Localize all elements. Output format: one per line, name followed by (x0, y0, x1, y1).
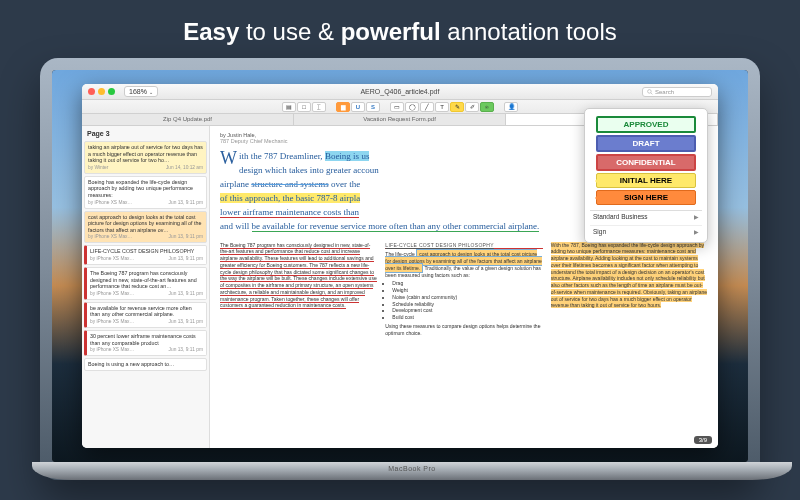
note-text: The Boeing 787 program has consciously d… (90, 270, 203, 290)
stamp-category[interactable]: Sign▶ (590, 225, 702, 237)
svg-point-0 (648, 89, 652, 93)
note-meta: by iPhone XS Max…Jun 13, 9:11 pm (90, 319, 203, 325)
list-item: Drag (392, 280, 542, 287)
list-item: Noise (cabin and community) (392, 294, 542, 301)
note-text: 30 percent lower airframe maintenance co… (90, 333, 203, 346)
note-text: Boeing has expanded the life-cycle desig… (88, 179, 203, 199)
sidebar-note[interactable]: taking an airplane out of service for tw… (84, 141, 207, 174)
list-item: Build cost (392, 314, 542, 321)
laptop-base: MacBook Pro (32, 462, 792, 480)
stamp-category-label: Sign (593, 228, 606, 235)
column-3: With the 787, Boeing has expanded the li… (551, 242, 708, 337)
note-meta: by iPhone XS Max…Jun 13, 9:11 pm (90, 256, 203, 262)
underline-tool[interactable]: U (351, 102, 365, 112)
window-controls (88, 88, 115, 95)
hero-tagline: Easy to use & powerful annotation tools (183, 0, 617, 58)
stamp-tool[interactable]: ⍟ (480, 102, 494, 112)
sidebar-page-label: Page 3 (84, 128, 207, 139)
tab-doc-2[interactable]: Vacation Request Form.pdf (294, 114, 506, 125)
draw-tool[interactable]: ✐ (465, 102, 479, 112)
chevron-down-icon: ⌄ (149, 89, 153, 95)
sidebar-note[interactable]: Boeing is using a new approach to… (84, 358, 207, 371)
dropcap: W (220, 150, 239, 166)
column-1: The Boeing 787 program has consciously d… (220, 242, 377, 337)
sidebar-toggle-button[interactable]: ▤ (282, 102, 296, 112)
note-meta: by iPhone XS Max…Jun 13, 9:11 pm (90, 291, 203, 297)
zoom-value: 168% (129, 88, 147, 95)
profile-button[interactable]: 👤 (504, 102, 518, 112)
annotations-sidebar: Page 3 taking an airplane out of service… (82, 126, 210, 448)
zoom-dropdown[interactable]: 168% ⌄ (124, 86, 158, 97)
note-text: be available for revenue service more of… (90, 305, 203, 318)
chevron-right-icon: ▶ (694, 213, 699, 220)
highlighted-text: Boeing is us (325, 151, 370, 161)
note-meta: by iPhone XS Max…Jun 13, 9:11 pm (88, 234, 203, 240)
column-2: LIFE-CYCLE COST DESIGN PHILOSOPHY The li… (385, 242, 542, 337)
underlined-text-green: be available for revenue service more of… (252, 221, 540, 232)
sidebar-note[interactable]: 30 percent lower airframe maintenance co… (84, 330, 207, 356)
sidebar-note[interactable]: cost approach to design looks at the tot… (84, 211, 207, 244)
stamp-category[interactable]: Standard Business▶ (590, 210, 702, 222)
text-select-button[interactable]: ⌶ (312, 102, 326, 112)
laptop-screen: 168% ⌄ AERO_Q406_article4.pdf Search ▤ □… (52, 70, 748, 462)
page-indicator: 3/9 (694, 436, 712, 444)
sidebar-note[interactable]: LIFE-CYCLE COST DESIGN PHILOSOPHYby iPho… (84, 245, 207, 265)
document-title: AERO_Q406_article4.pdf (161, 88, 639, 95)
stamp-option[interactable]: APPROVED (596, 116, 697, 133)
text-box-tool[interactable]: T (435, 102, 449, 112)
underlined-text-red: lower airframe maintenance costs than (220, 207, 359, 218)
stamp-option[interactable]: INITIAL HERE (596, 173, 697, 188)
list-item: Development cost (392, 307, 542, 314)
window-titlebar: 168% ⌄ AERO_Q406_article4.pdf Search (82, 84, 718, 100)
note-text: Boeing is using a new approach to… (88, 361, 203, 368)
bullet-list: DragWeightNoise (cabin and community)Sch… (385, 280, 542, 321)
note-text: cost approach to design looks at the tot… (88, 214, 203, 234)
list-item: Schedule reliability (392, 301, 542, 308)
search-input[interactable]: Search (642, 87, 712, 97)
note-tool[interactable]: ✎ (450, 102, 464, 112)
stamp-option[interactable]: CONFIDENTIAL (596, 154, 697, 171)
view-mode-button[interactable]: □ (297, 102, 311, 112)
sidebar-note[interactable]: The Boeing 787 program has consciously d… (84, 267, 207, 300)
search-placeholder: Search (655, 89, 674, 95)
note-meta: by WinterJun 14, 10:12 am (88, 165, 203, 171)
stamp-popover: APPROVEDDRAFTCONFIDENTIALINITIAL HERESIG… (584, 108, 708, 243)
shape-oval-tool[interactable]: ◯ (405, 102, 419, 112)
tab-doc-1[interactable]: Zip Q4 Update.pdf (82, 114, 294, 125)
list-item: Weight (392, 287, 542, 294)
maximize-icon[interactable] (108, 88, 115, 95)
highlighted-text-yellow: of this approach, the basic 787-8 airpla (220, 193, 360, 203)
sidebar-note[interactable]: be available for revenue service more of… (84, 302, 207, 328)
stamp-option[interactable]: DRAFT (596, 135, 697, 152)
stamp-option[interactable]: SIGN HERE (596, 190, 697, 205)
note-text: taking an airplane out of service for tw… (88, 144, 203, 164)
shape-rect-tool[interactable]: ▭ (390, 102, 404, 112)
sidebar-note[interactable]: Boeing has expanded the life-cycle desig… (84, 176, 207, 209)
note-meta: by iPhone XS Max…Jun 13, 9:11 pm (90, 347, 203, 353)
highlight-tool[interactable]: ▆ (336, 102, 350, 112)
note-text: LIFE-CYCLE COST DESIGN PHILOSOPHY (90, 248, 203, 255)
note-meta: by iPhone XS Max…Jun 13, 9:11 pm (88, 200, 203, 206)
shape-line-tool[interactable]: ╱ (420, 102, 434, 112)
minimize-icon[interactable] (98, 88, 105, 95)
search-icon (647, 89, 653, 95)
body-columns: The Boeing 787 program has consciously d… (220, 242, 708, 337)
strikethrough-tool[interactable]: S (366, 102, 380, 112)
laptop-frame: 168% ⌄ AERO_Q406_article4.pdf Search ▤ □… (40, 58, 760, 480)
close-icon[interactable] (88, 88, 95, 95)
strikethrough-text: structure and systems (251, 179, 328, 189)
chevron-right-icon: ▶ (694, 228, 699, 235)
stamp-category-label: Standard Business (593, 213, 648, 220)
col2-heading: LIFE-CYCLE COST DESIGN PHILOSOPHY (385, 242, 542, 250)
laptop-model-label: MacBook Pro (388, 465, 436, 472)
svg-line-1 (651, 92, 653, 94)
